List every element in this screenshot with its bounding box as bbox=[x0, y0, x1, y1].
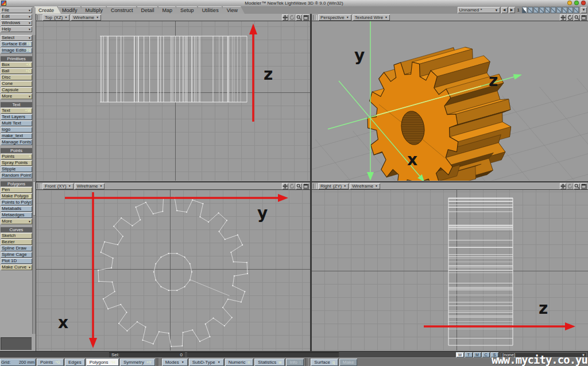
sidebar-item-make-text[interactable]: make_text bbox=[1, 133, 32, 139]
sidebar-scrollbar[interactable] bbox=[32, 35, 36, 334]
bottom-numeric-button[interactable]: Numericn bbox=[225, 359, 254, 366]
layer-dropdown-button[interactable]: ▼ bbox=[581, 7, 587, 13]
close-button[interactable] bbox=[581, 1, 586, 5]
pan-icon[interactable] bbox=[560, 14, 566, 21]
sidebar-item-plot-1d[interactable]: Plot 1D bbox=[1, 258, 32, 264]
layer-slot-2[interactable] bbox=[528, 7, 533, 13]
bottom-subd-type-button[interactable]: SubD-Type▼ bbox=[189, 359, 224, 366]
sidebar-item-surface-editor[interactable]: Surface EditorF5 bbox=[1, 41, 32, 47]
sidebar-item-edit[interactable]: Edit▼ bbox=[1, 14, 32, 20]
sidebar-item-box[interactable]: Box+X bbox=[1, 62, 32, 68]
sidebar-item-spray-points[interactable]: Spray Points bbox=[1, 160, 32, 166]
render-mode-dropdown[interactable]: Wireframe ▼ bbox=[71, 14, 101, 21]
render-mode-dropdown[interactable]: Textured Wire ▼ bbox=[353, 14, 390, 21]
tab-setup[interactable]: Setup bbox=[176, 6, 201, 14]
sidebar-item-ball[interactable]: Ball+O bbox=[1, 68, 32, 74]
rotate-icon[interactable] bbox=[567, 183, 573, 189]
sidebar-item-sketch[interactable]: Sketch bbox=[1, 233, 32, 239]
layer-slot-8[interactable] bbox=[562, 7, 567, 13]
tab-construct[interactable]: Construct bbox=[107, 6, 140, 14]
rotate-icon[interactable] bbox=[289, 183, 295, 189]
viewport-front-canvas[interactable]: y x bbox=[36, 190, 310, 351]
sidebar-item-more[interactable]: More▼ bbox=[1, 94, 32, 99]
layer-slot-10[interactable] bbox=[574, 7, 579, 13]
pan-icon[interactable] bbox=[282, 183, 288, 189]
sidebar-item-metaballs[interactable]: Metaballs bbox=[1, 206, 32, 212]
bottom-polygons-button[interactable]: Polygons^H bbox=[86, 359, 119, 366]
sidebar-item-make-curve[interactable]: Make Curve▼ bbox=[1, 264, 32, 270]
tab-map[interactable]: Map bbox=[158, 6, 180, 14]
sidebar-item-logo[interactable]: logo bbox=[1, 127, 32, 133]
sidebar-item-text-layers[interactable]: Text Layers bbox=[1, 114, 32, 120]
drag-grip-icon[interactable] bbox=[37, 184, 41, 189]
sidebar-item-select[interactable]: Select▼ bbox=[1, 35, 32, 41]
prev-object-button[interactable]: ◀ bbox=[501, 7, 508, 13]
sidebar-item-bezier[interactable]: Bezier bbox=[1, 239, 32, 245]
sidebar-item-text[interactable]: Text+W bbox=[1, 108, 32, 114]
maximize-icon[interactable] bbox=[581, 183, 587, 189]
tab-view[interactable]: View bbox=[223, 6, 245, 14]
object-selector[interactable]: Unnamed * ▼ bbox=[458, 7, 500, 13]
maximize-icon[interactable] bbox=[303, 183, 309, 189]
viewport-top-canvas[interactable]: z bbox=[36, 21, 310, 181]
layer-slot-7[interactable] bbox=[556, 7, 562, 13]
viewport-perspective-canvas[interactable]: y z x bbox=[312, 21, 588, 181]
layer-slot-1[interactable] bbox=[522, 7, 527, 13]
view-type-dropdown[interactable]: Right (ZY) ▼ bbox=[318, 183, 349, 189]
sidebar-item-spline-draw[interactable]: Spline Draw bbox=[1, 246, 32, 251]
maximize-icon[interactable] bbox=[581, 14, 587, 21]
zoom-icon[interactable] bbox=[296, 14, 302, 21]
sidebar-item-windows[interactable]: Windows▼ bbox=[1, 20, 32, 26]
drag-grip-icon[interactable] bbox=[37, 15, 41, 20]
sidebar-item-image-editor[interactable]: Image EditorF6 bbox=[1, 48, 32, 53]
zoom-icon[interactable] bbox=[574, 14, 580, 21]
bottom-statistics-button[interactable]: Statisticsw bbox=[254, 359, 285, 366]
view-type-dropdown[interactable]: Front (XY) ▼ bbox=[42, 183, 74, 189]
minimize-button[interactable] bbox=[567, 1, 572, 5]
next-object-button[interactable]: ▶ bbox=[509, 7, 515, 13]
render-mode-dropdown[interactable]: Wireframe ▼ bbox=[75, 183, 105, 189]
sidebar-item-disc[interactable]: Disc bbox=[1, 75, 32, 80]
bottom-edges-button[interactable]: Edges bbox=[65, 359, 85, 366]
sidebar-item-more[interactable]: More▼ bbox=[1, 219, 32, 224]
render-mode-dropdown[interactable]: Wireframe ▼ bbox=[350, 183, 380, 189]
scrollbar-thumb[interactable] bbox=[33, 181, 36, 216]
layer-slot-4[interactable] bbox=[539, 7, 544, 13]
sidebar-item-metaedges[interactable]: Metaedges bbox=[1, 212, 32, 218]
tab-utilities[interactable]: Utilities bbox=[198, 6, 226, 14]
sidebar-item-cone[interactable]: Cone bbox=[1, 81, 32, 87]
sidebar-item-make-polygon[interactable]: Make Polygonp bbox=[1, 193, 32, 199]
zoom-icon[interactable] bbox=[574, 183, 580, 189]
layer-slot-6[interactable] bbox=[551, 7, 556, 13]
pan-icon[interactable] bbox=[560, 183, 566, 189]
drag-grip-icon[interactable] bbox=[313, 184, 317, 189]
sidebar-item-multi-text[interactable]: Multi Text bbox=[1, 120, 32, 126]
tab-create[interactable]: Create bbox=[34, 6, 61, 14]
maximize-button[interactable] bbox=[574, 1, 579, 5]
bottom-points-button[interactable]: Points^G bbox=[37, 359, 64, 366]
bottom-modes-button[interactable]: Modes▼ bbox=[162, 359, 188, 366]
sidebar-item-help[interactable]: Help▼ bbox=[1, 26, 32, 32]
bottom-surface-button[interactable]: Surfaceq bbox=[311, 359, 338, 366]
rotate-icon[interactable] bbox=[567, 14, 573, 21]
bottom-symmetry-button[interactable]: Symmetry+Y bbox=[120, 359, 155, 366]
zoom-icon[interactable] bbox=[296, 183, 302, 189]
layer-slot-9[interactable] bbox=[568, 7, 573, 13]
view-type-dropdown[interactable]: Top (XZ) ▼ bbox=[42, 14, 69, 21]
sidebar-item-random-points[interactable]: Random Points bbox=[1, 173, 32, 178]
sidebar-item-capsule[interactable]: Capsule bbox=[1, 87, 32, 93]
vmap-t-button[interactable]: T bbox=[465, 352, 473, 357]
sidebar-item-points[interactable]: Points+ bbox=[1, 154, 32, 159]
layer-slot-3[interactable] bbox=[533, 7, 539, 13]
tab-multiply[interactable]: Multiply bbox=[82, 6, 110, 14]
sidebar-item-points-to-polys[interactable]: Points to Polys bbox=[1, 200, 32, 205]
tab-modify[interactable]: Modify bbox=[58, 6, 84, 14]
drag-grip-icon[interactable] bbox=[313, 15, 317, 20]
pan-icon[interactable] bbox=[282, 14, 288, 21]
sidebar-item-manage-fonts[interactable]: Manage Fonts bbox=[1, 139, 32, 145]
sidebar-item-stipple[interactable]: Stipple bbox=[1, 166, 32, 172]
sidebar-item-pen[interactable]: Pen bbox=[1, 187, 32, 193]
view-type-dropdown[interactable]: Perspective ▼ bbox=[318, 14, 351, 21]
vmap-m-button[interactable]: M bbox=[473, 352, 481, 357]
tab-detail[interactable]: Detail bbox=[137, 6, 161, 14]
